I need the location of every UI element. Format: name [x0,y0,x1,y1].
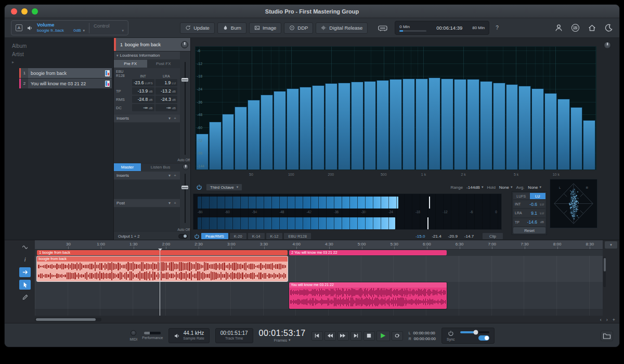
track-range-marker[interactable]: 2 You will know me 03 21 22 [289,250,446,255]
horizontal-scrollbar[interactable] [35,318,101,321]
rewind-button[interactable] [324,331,336,341]
fast-forward-button[interactable] [337,331,349,341]
previous-marker-button[interactable] [311,331,323,341]
output-toggle[interactable] [178,234,188,239]
sidebar-track-row[interactable]: 1boogie from back [19,68,112,78]
folder-icon[interactable] [601,331,613,341]
add-insert-button[interactable]: ▾ + [168,173,177,178]
stop-button[interactable] [363,331,375,341]
inserts-section-header[interactable]: Inserts ▾ + [114,114,180,122]
control-dropdown[interactable]: Control ▾ [94,23,124,33]
home-icon[interactable] [588,23,596,32]
zoom-button[interactable] [32,8,38,15]
tab-pre-fx[interactable]: Pre FX [114,60,147,68]
master-pan-knob-icon[interactable] [183,164,189,170]
help-button[interactable]: ? [496,25,499,31]
spectrum-mode-dropdown[interactable]: Third Octave ▾ [206,184,242,191]
vertical-scrollbar[interactable] [603,257,606,287]
time-ruler[interactable]: 301:001:302:002:303:003:304:004:305:005:… [35,240,603,250]
reset-button[interactable]: Reset [513,227,545,233]
meter-mode-tab[interactable]: K-14 [248,233,265,239]
volume-value[interactable]: 0dB [73,28,81,33]
disc-burner-icon[interactable] [375,22,391,34]
time-format-label[interactable]: Frames [274,338,287,343]
pencil-tool-icon[interactable] [19,292,31,302]
autoscroll-arrow-icon[interactable] [19,267,31,277]
range-dropdown[interactable]: -144dB▾ [466,185,483,190]
automation-parameter[interactable]: Volume boogie fr..back 0dB ▾ [37,22,85,33]
pan-knob-icon[interactable] [181,41,188,48]
toolbar-action-ddp[interactable]: DDP [284,22,313,34]
dark-mode-moon-icon[interactable] [604,23,613,32]
add-insert-button[interactable]: ▾ + [168,116,177,121]
zoom-in-icon[interactable]: › [606,317,608,322]
master-inserts-header[interactable]: Inserts ▾ + [114,172,180,179]
next-marker-button[interactable] [350,331,362,341]
track-lanes[interactable]: boogie from backYou will know me 03 21 2… [35,256,603,316]
master-inserts-empty[interactable] [114,180,180,199]
tab-lu[interactable]: LU [530,193,546,199]
hold-dropdown[interactable]: None▾ [499,185,513,190]
playhead[interactable] [160,249,160,316]
avg-dropdown[interactable]: None▾ [528,185,541,190]
inserts-empty-area[interactable] [114,123,180,162]
loop-button[interactable] [392,331,403,341]
ruler-menu-button[interactable]: ▾ [605,241,617,249]
loop-left-value[interactable]: 00:00:00:00 [413,331,435,335]
scroll-waveform-icon[interactable] [19,242,31,252]
close-button[interactable] [11,8,17,15]
fader-handle[interactable] [181,186,188,189]
spectrum-plot[interactable]: -6-12-18-24-36-48-60-72-96-144 [195,46,596,170]
audio-event[interactable]: boogie from back [37,256,288,281]
meter-mode-tab[interactable]: K-20 [230,233,246,239]
audio-event[interactable]: You will know me 03 21 22 [289,282,446,309]
power-icon[interactable] [194,233,200,239]
tab-master[interactable]: Master [114,163,141,171]
clip-button[interactable]: Clip [483,233,503,239]
toolbar-action-burn[interactable]: Burn [217,22,246,34]
zoom-out-icon[interactable]: ‹ [600,317,602,322]
automation-badge[interactable]: A [16,24,22,31]
toolbar-action-image[interactable]: Image [249,22,281,34]
user-profile-icon[interactable] [554,23,563,32]
track-range-marker[interactable]: 1 boogie from back [37,250,288,255]
arrow-tool-icon[interactable] [19,280,31,290]
minimize-button[interactable] [21,8,28,15]
power-icon[interactable] [196,184,202,190]
lufs-row: TP-14.6dB [513,218,545,226]
play-button[interactable] [376,331,390,341]
main-time-display[interactable]: 00:01:53:17 Frames▾ [259,329,306,343]
scrollbar-thumb[interactable] [36,318,96,321]
sync-toggle[interactable] [478,335,489,341]
ruler-label: 3:30 [260,242,268,246]
loudness-section-header[interactable]: ▾ Loudness Information [114,51,180,59]
zoom-plus-icon[interactable]: + [613,317,615,322]
spectrum-knob-icon[interactable] [604,42,611,49]
sync-slider[interactable] [460,331,489,333]
meter-mode-tab[interactable]: EBU R128 [284,233,310,239]
sidebar-track-row[interactable]: 2You will know me 03 21 22 [19,79,112,88]
slider-knob[interactable] [474,330,478,334]
tab-lufs[interactable]: LUFS [513,193,529,199]
toolbar-action-digital-release[interactable]: Digital Release [316,22,368,34]
post-section-header[interactable]: Post ▾ + [114,199,180,207]
disclosure-triangle-icon[interactable]: ▸ [12,60,113,64]
inspector-track-header[interactable]: 1 boogie from back [114,38,190,51]
meter-mode-tab[interactable]: K-12 [266,233,283,239]
loop-right-value[interactable]: 00:00:00:00 [414,336,436,341]
tab-post-fx[interactable]: Post FX [147,60,180,68]
power-icon[interactable] [448,330,454,336]
mixer-icon[interactable] [571,23,580,32]
channel-fader[interactable] [181,61,189,156]
fader-handle[interactable] [181,78,188,82]
info-icon[interactable]: i [19,255,31,265]
automation-mode-label[interactable]: Auto Off [168,228,190,231]
master-fader[interactable] [181,173,189,224]
tab-listen-bus[interactable]: Listen Bus [141,163,180,171]
automation-mode-label[interactable]: Auto Off [168,158,190,162]
meter-mode-tab[interactable]: Peak/RMS [201,233,228,239]
db-tick-label: -144 [197,164,204,167]
add-post-button[interactable]: ▾ + [168,201,177,205]
meter-scale-label: -18 [415,210,420,214]
toolbar-action-update[interactable]: Update [180,22,215,34]
